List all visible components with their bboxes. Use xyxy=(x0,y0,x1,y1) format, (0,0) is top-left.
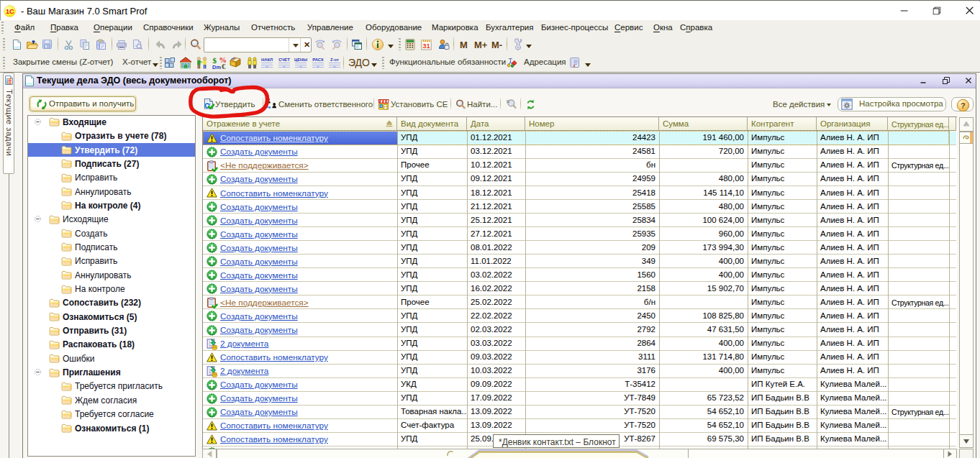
column-header-2[interactable]: Вид документа xyxy=(397,117,467,131)
action-link[interactable]: Создать документы xyxy=(220,147,298,157)
find-icon[interactable] xyxy=(190,39,201,50)
table-row-20[interactable]: Создать документыУПД17.09.2022УТ-784965 … xyxy=(203,392,956,406)
table-row-13[interactable]: <Не поддерживается>Прочее25.02.2022б/нИм… xyxy=(203,296,956,309)
menu-файл[interactable]: Файл xyxy=(14,23,35,32)
column-header-8[interactable]: Структурная ед... xyxy=(888,117,949,131)
func-duties-icon[interactable] xyxy=(507,57,518,68)
menu-маркировка[interactable]: Маркировка xyxy=(432,23,478,32)
cut-icon[interactable] xyxy=(63,40,74,51)
mdi-close-button[interactable] xyxy=(962,75,974,86)
mdi-restore-button[interactable] xyxy=(940,75,952,86)
collapse-icon[interactable] xyxy=(35,119,41,125)
table-row-15[interactable]: Создать документыУПД02.03.2022279247 631… xyxy=(203,324,956,337)
restore-button[interactable] xyxy=(920,1,953,20)
print-preview-icon[interactable] xyxy=(132,39,143,50)
table-row-21[interactable]: Создать документыТоварная накла...13.09.… xyxy=(203,406,956,419)
collapse-icon[interactable] xyxy=(35,369,41,375)
find-disabled-icon[interactable] xyxy=(505,99,517,110)
action-link[interactable]: Создать документы xyxy=(220,407,298,417)
tree-item-11[interactable]: Исправить xyxy=(28,255,195,268)
menu-окна[interactable]: Окна xyxy=(653,23,673,32)
scroll-down-button[interactable] xyxy=(959,434,974,448)
table-row-11[interactable]: Создать документыУПД03.02.20221560400,00… xyxy=(203,268,956,282)
redo-icon[interactable] xyxy=(171,40,182,50)
action-link[interactable]: Создать документы xyxy=(220,229,298,239)
tree-item-18[interactable]: Ошибки xyxy=(28,352,195,365)
mini-цены-button[interactable]: ЦЕНЫ xyxy=(293,57,309,68)
table-row-2[interactable]: Создать документыУПД03.12.202124581720,0… xyxy=(203,145,956,159)
action-link[interactable]: 2 документа xyxy=(220,339,268,349)
column-header-4[interactable]: Номер xyxy=(525,117,659,131)
table-row-5[interactable]: Сопоставить номенклатуруУПД18.12.2021254… xyxy=(203,186,956,200)
action-link[interactable]: Создать документы xyxy=(220,243,298,253)
action-link[interactable]: <Не поддерживается> xyxy=(220,160,309,170)
action-link[interactable]: Создать документы xyxy=(220,216,298,226)
column-header-1[interactable]: Отражение в учете xyxy=(203,117,397,131)
table-row-1[interactable]: Сопоставить номенклатуруУПД01.12.2021244… xyxy=(203,132,956,145)
menu-управление[interactable]: Управление xyxy=(307,23,353,32)
close-shift-button[interactable]: Закрытие смены (Z-отчет) xyxy=(13,58,113,66)
tree-item-21[interactable]: Ждем согласия xyxy=(28,393,195,407)
find-next-icon[interactable] xyxy=(314,38,327,50)
open-icon[interactable] xyxy=(26,39,38,50)
menu-сервис[interactable]: Сервис xyxy=(614,23,643,32)
tree-item-15[interactable]: Ознакомиться (5) xyxy=(28,310,195,324)
tree-item-14[interactable]: Сопоставить (232) xyxy=(28,296,195,310)
table-row-8[interactable]: Создать документыУПД27.12.202125935960,0… xyxy=(203,227,956,241)
approve-icon[interactable] xyxy=(203,98,215,110)
partners-icon[interactable] xyxy=(196,57,208,69)
send-receive-button[interactable]: Отправить и получить xyxy=(30,96,136,111)
menu-оборудование[interactable]: Оборудование xyxy=(366,23,422,32)
menu-справка[interactable]: Справка xyxy=(680,23,712,32)
info-icon[interactable] xyxy=(371,38,384,51)
scroll-right-button[interactable] xyxy=(943,449,957,458)
tree-item-23[interactable]: Ознакомиться (1) xyxy=(28,421,195,435)
tree-item-5[interactable]: Исправить xyxy=(28,171,195,185)
approve-button[interactable]: Утвердить xyxy=(215,100,255,109)
combo-dropdown-icon[interactable] xyxy=(293,44,299,47)
menu-операции[interactable]: Операции xyxy=(94,23,132,32)
copy-windows-icon[interactable] xyxy=(351,39,363,50)
minimize-button[interactable] xyxy=(888,1,921,20)
action-link[interactable]: Создать документы xyxy=(220,174,298,184)
action-link[interactable]: Сопоставить номенклатуру xyxy=(220,421,328,431)
mini-расх-button[interactable]: РАСХ xyxy=(310,57,326,68)
action-link[interactable]: Создать документы xyxy=(220,393,298,403)
tree-item-2[interactable]: Отразить в учете (78) xyxy=(28,129,195,143)
action-link[interactable]: Создать документы xyxy=(220,311,298,321)
table-row-19[interactable]: Создать документыУКД09.09.2022Т-35412ИП … xyxy=(203,378,956,392)
x-report-button[interactable]: Х-отчет xyxy=(122,58,151,66)
money-icon[interactable]: $%Dm€ xyxy=(212,57,227,69)
mini-счет-button[interactable]: СЧЕТ xyxy=(276,57,292,68)
tree-item-19[interactable]: Приглашения xyxy=(28,366,195,380)
table-row-12[interactable]: Создать документыУПД16.02.2022215815 902… xyxy=(203,282,956,296)
config-wrench-icon[interactable] xyxy=(514,38,523,50)
memory-m-button[interactable]: M xyxy=(460,40,468,50)
current-tasks-tab[interactable]: Текущие задачи xyxy=(3,73,14,174)
set-ce-icon[interactable] xyxy=(378,99,389,110)
func-duties-button[interactable]: Функциональные обязанности xyxy=(389,58,506,66)
table-row-14[interactable]: Создать документыУПД22.02.20222450108 82… xyxy=(203,309,956,323)
search-input[interactable] xyxy=(206,39,289,52)
user-settings-icon[interactable] xyxy=(438,39,450,50)
table-row-4[interactable]: Создать документыУПД09.12.202124959480,0… xyxy=(203,173,956,186)
addressing-button[interactable]: Адресация xyxy=(524,58,566,66)
table-row-17[interactable]: Сопоставить номенклатуруУПД09.03.2022311… xyxy=(203,351,956,365)
table-row-22[interactable]: Сопоставить номенклатуруСчет-фактура13.0… xyxy=(203,419,956,433)
column-header-7[interactable]: Организация xyxy=(817,117,888,131)
memory-m-plus-button[interactable]: M+ xyxy=(474,40,487,50)
table-row-9[interactable]: Создать документыУПД08.01.2022209173 994… xyxy=(203,241,956,255)
action-link[interactable]: Сопоставить номенклатуру xyxy=(220,434,328,444)
collapse-icon[interactable] xyxy=(35,216,41,222)
close-button[interactable] xyxy=(953,1,980,20)
tree-item-12[interactable]: Аннулировать xyxy=(28,268,195,282)
view-settings-button[interactable]: Настройка просмотра xyxy=(838,97,946,111)
addressing-icon[interactable] xyxy=(569,57,580,68)
tree-item-10[interactable]: Подписать xyxy=(28,240,195,254)
action-link[interactable]: 2 документа xyxy=(220,366,268,376)
find-button[interactable]: Найти... xyxy=(467,100,497,109)
table-row-3[interactable]: <Не поддерживается>Прочее10.12.2021бнИмп… xyxy=(203,159,956,173)
table-row-18[interactable]: 2 документаУПД10.03.20223176400,00Импуль… xyxy=(203,365,956,378)
action-link[interactable]: Создать документы xyxy=(220,325,298,335)
scroll-left-button[interactable] xyxy=(202,449,217,458)
